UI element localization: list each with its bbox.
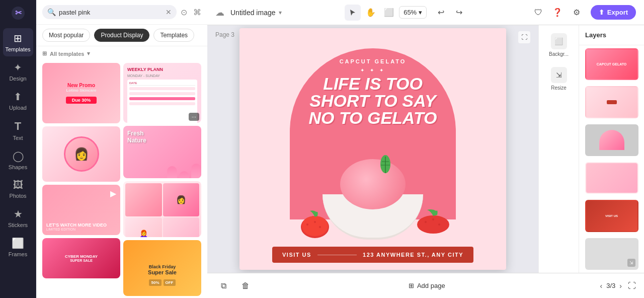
page-prev-button[interactable]: ‹ <box>600 282 603 290</box>
toolbar-group: ✋ ⬜ 65% ▾ <box>345 5 427 21</box>
export-button[interactable]: ⬆ Export <box>591 5 636 20</box>
mint-leaf-icon <box>378 154 393 174</box>
chevron-down-icon: ▾ <box>279 9 282 16</box>
search-icon: 🔍 <box>47 8 56 16</box>
shield-icon-button[interactable]: 🛡 <box>530 5 546 21</box>
footer-visit-text: VISIT US <box>282 252 311 258</box>
template-item[interactable]: New Promo Lotino Skincare Due 30% <box>42 63 120 123</box>
sidebar-item-text[interactable]: T Text <box>3 116 33 145</box>
gelato-stars: ✦ ✦ ✦ <box>360 67 385 73</box>
sidebar-item-label: Design <box>9 76 26 82</box>
resize-button[interactable]: ⇲ Resize <box>543 63 575 95</box>
layer-thumbnail-1[interactable]: CAPCUT GELATO <box>585 48 638 80</box>
templates-panel: 🔍 ✕ ⊙ ⌘ Most popular Product Display Tem… <box>36 0 207 298</box>
search-input[interactable] <box>59 9 163 16</box>
svg-point-3 <box>302 216 328 236</box>
undo-button[interactable]: ↩ <box>433 5 449 21</box>
sidebar-item-frames[interactable]: ⬜ Frames <box>3 233 33 261</box>
duplicate-page-button[interactable]: ⧉ <box>215 278 231 294</box>
zoom-control[interactable]: 65% ▾ <box>399 6 427 19</box>
template-item[interactable]: 👩 👩‍🦰 <box>123 181 201 237</box>
doc-title[interactable]: Untitled image ▾ <box>230 9 282 17</box>
sidebar-item-label: Photos <box>9 193 26 199</box>
upload-icon: ⬆ <box>14 91 22 103</box>
background-button[interactable]: ⬜ Backgr... <box>543 29 575 61</box>
svg-point-14 <box>438 224 440 226</box>
sidebar-item-label: Text <box>13 135 23 141</box>
templates-column-1: New Promo Lotino Skincare Due 30% 👩 LET'… <box>42 63 120 296</box>
sidebar-item-stickers[interactable]: ★ Stickers <box>3 204 33 232</box>
text-icon: T <box>15 120 21 133</box>
layer-thumbnail-2[interactable] <box>585 86 638 118</box>
camera-search-button[interactable]: ⊙ <box>181 8 187 17</box>
template-item[interactable]: FreshNature <box>123 126 201 178</box>
sidebar-item-upload[interactable]: ⬆ Upload <box>3 87 33 115</box>
expand-button[interactable]: ⛶ <box>518 31 530 43</box>
page-next-button[interactable]: › <box>619 282 622 290</box>
footer-address-text: 123 ANYWHERE ST., ANY CITY <box>363 252 463 258</box>
undo-redo-group: ↩ ↪ <box>433 5 467 21</box>
sidebar-item-label: Stickers <box>8 222 28 228</box>
gelato-bowl <box>323 194 423 240</box>
delete-page-button[interactable]: 🗑 <box>237 278 254 294</box>
page-label: Page 3 <box>215 31 234 38</box>
sidebar-item-shapes[interactable]: ◯ Shapes <box>3 146 33 174</box>
strawberry-right-icon <box>413 207 453 235</box>
zoom-chevron-icon: ▾ <box>419 9 422 16</box>
svg-point-6 <box>319 226 321 228</box>
svg-point-11 <box>417 215 449 234</box>
page-counter: 3/3 <box>606 282 615 289</box>
header-icons: 🛡 ❓ ⚙ <box>530 5 585 21</box>
sidebar-item-design[interactable]: ✦ Design <box>3 57 33 86</box>
template-item[interactable]: LET'S WATCH MORE VIDEO LIMITED EDITION ▶ <box>42 185 120 235</box>
sidebar-item-templates[interactable]: ⊞ Templates <box>3 28 33 56</box>
filter-tab-templates[interactable]: Templates <box>153 29 194 42</box>
gelato-bowl-area <box>302 149 443 240</box>
export-icon: ⬆ <box>599 9 604 16</box>
layer-thumbnail-3[interactable] <box>585 124 638 156</box>
filter-tab-product-display[interactable]: Product Display <box>94 29 149 42</box>
cloud-icon: ☁ <box>215 7 224 18</box>
gelato-headline-text: LIFE IS TOO SHORT TO SAY NO TO GELATO <box>290 75 456 126</box>
filter-tabs: Most popular Product Display Templates <box>36 25 207 46</box>
zoom-level: 65% <box>404 9 417 16</box>
sidebar-item-label: Upload <box>9 105 27 111</box>
frame-tool-button[interactable]: ⬜ <box>381 5 397 21</box>
resize-label: Resize <box>551 85 567 91</box>
gelato-brand-text: CAPCUT GELATO <box>340 58 407 64</box>
canvas-area: Page 3 ⛶ CAPCUT GELATO ✦ ✦ ✦ LIFE IS TOO… <box>207 25 644 273</box>
sidebar-item-photos[interactable]: 🖼 Photos <box>3 175 33 203</box>
templates-grid: New Promo Lotino Skincare Due 30% 👩 LET'… <box>36 61 207 298</box>
layers-header: Layers <box>579 25 644 45</box>
template-item[interactable]: CYBER MONDAY SUPER SALE <box>42 238 120 278</box>
left-sidebar: ✂ ⊞ Templates ✦ Design ⬆ Upload T Text ◯… <box>0 0 36 298</box>
template-more-button[interactable]: ··· <box>189 113 199 121</box>
redo-button[interactable]: ↪ <box>451 5 467 21</box>
search-clear-icon[interactable]: ✕ <box>166 8 172 16</box>
stickers-icon: ★ <box>14 208 23 220</box>
page-nav: ‹ 3/3 › <box>600 282 622 290</box>
search-wrapper: 🔍 ✕ <box>42 5 177 19</box>
select-tool-button[interactable] <box>345 5 361 21</box>
canvas-container[interactable]: Page 3 ⛶ CAPCUT GELATO ✦ ✦ ✦ LIFE IS TOO… <box>207 25 538 273</box>
layer-thumbnail-4[interactable] <box>585 162 638 194</box>
template-item[interactable]: ··· WEEKLY PLANN MONDAY - SUNDAY DATE <box>123 63 201 123</box>
hand-tool-button[interactable]: ✋ <box>363 5 379 21</box>
fullscreen-button[interactable]: ⛶ <box>628 281 636 290</box>
templates-icon: ⊞ <box>14 32 22 44</box>
settings-icon-button[interactable]: ⚙ <box>569 5 585 21</box>
sidebar-item-label: Shapes <box>9 164 27 170</box>
layer-thumbnail-5[interactable]: VISIT US <box>585 200 638 232</box>
help-icon-button[interactable]: ❓ <box>549 5 566 21</box>
canvas-page[interactable]: CAPCUT GELATO ✦ ✦ ✦ LIFE IS TOO SHORT TO… <box>239 28 506 270</box>
magic-search-button[interactable]: ⌘ <box>193 8 201 17</box>
add-page-button[interactable]: ⊞ Add page <box>403 279 451 292</box>
layers-panel: Layers CAPCUT GELATO VISIT US ⇲ <box>579 25 644 273</box>
svg-point-13 <box>432 218 434 220</box>
filter-tab-most-popular[interactable]: Most popular <box>42 29 90 42</box>
all-templates-header[interactable]: ⊞ All templates ▾ <box>36 46 207 61</box>
top-bar: ☁ Untitled image ▾ ✋ ⬜ 65% ▾ ↩ ↪ 🛡 ❓ ⚙ <box>207 0 644 25</box>
layer-thumbnail-6[interactable]: ⇲ <box>585 238 638 270</box>
template-item[interactable]: Black Friday Super Sale 50% OFF <box>123 240 201 296</box>
template-item[interactable]: 👩 <box>42 126 120 182</box>
